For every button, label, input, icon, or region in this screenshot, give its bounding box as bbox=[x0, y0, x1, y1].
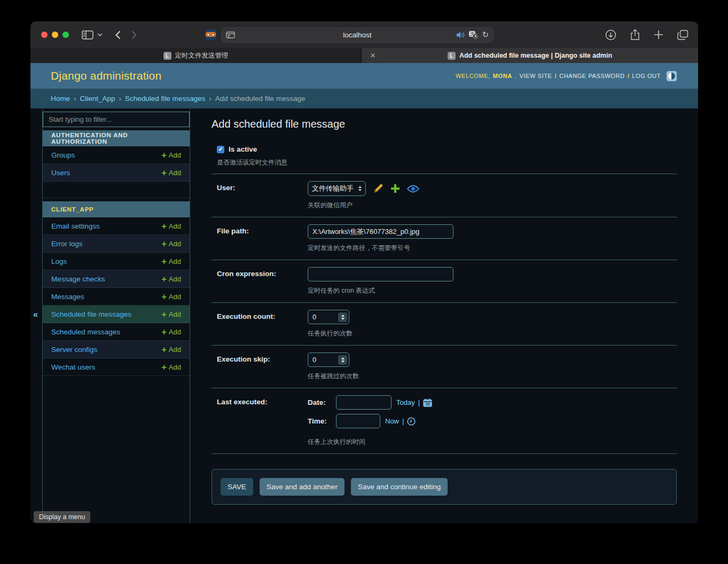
is-active-label: Is active bbox=[229, 145, 257, 153]
model-link[interactable]: Logs bbox=[51, 257, 67, 265]
form-row-last-executed: Last executed: Date: Today | bbox=[212, 388, 677, 454]
plus-icon: + bbox=[162, 223, 167, 230]
file-path-input[interactable] bbox=[308, 224, 453, 239]
breadcrumb-separator: › bbox=[74, 95, 76, 103]
view-eye-icon[interactable] bbox=[407, 185, 419, 193]
sidebar-spacer bbox=[43, 182, 190, 198]
url-text[interactable]: localhost bbox=[222, 31, 493, 39]
add-link[interactable]: +Add bbox=[162, 328, 181, 336]
site-title-link[interactable]: Django administration bbox=[51, 69, 161, 82]
minimize-window-button[interactable] bbox=[52, 32, 58, 38]
user-select-value: 文件传输助手 bbox=[312, 184, 354, 193]
forward-button[interactable] bbox=[131, 30, 137, 40]
plus-icon: + bbox=[162, 276, 167, 283]
back-button[interactable] bbox=[115, 30, 121, 40]
form-row-exec-count: Execution count: 任务执行的次数 bbox=[212, 303, 677, 346]
tab-inactive[interactable]: L 定时文件发送管理 bbox=[30, 48, 362, 63]
tab-title: 定时文件发送管理 bbox=[175, 51, 229, 60]
sidebar-item-users[interactable]: Users +Add bbox=[43, 164, 190, 182]
breadcrumb-model[interactable]: Scheduled file messages bbox=[125, 95, 205, 103]
extension-goggles bbox=[206, 32, 216, 37]
model-link[interactable]: Error logs bbox=[51, 240, 83, 248]
sidebar-item-scheduled-messages[interactable]: Scheduled messages +Add bbox=[43, 323, 190, 341]
translate-icon[interactable]: 文 A bbox=[469, 31, 478, 39]
model-link[interactable]: Scheduled messages bbox=[51, 328, 120, 336]
add-link[interactable]: +Add bbox=[162, 240, 181, 248]
add-link[interactable]: +Add bbox=[162, 275, 181, 283]
add-link[interactable]: +Add bbox=[162, 222, 181, 230]
new-tab-icon[interactable] bbox=[654, 30, 663, 40]
tab-close-icon[interactable]: ✕ bbox=[370, 52, 375, 59]
exec-skip-help: 任务被跳过的次数 bbox=[308, 372, 359, 381]
extension-icon[interactable] bbox=[205, 29, 216, 40]
model-link[interactable]: Messages bbox=[51, 293, 84, 301]
user-select[interactable]: 文件传输助手 bbox=[308, 181, 366, 196]
view-site-link[interactable]: VIEW SITE bbox=[519, 73, 552, 79]
user-tools: WELCOME, MONA. VIEW SITE / CHANGE PASSWO… bbox=[456, 71, 677, 81]
number-stepper[interactable] bbox=[338, 312, 347, 322]
save-and-add-another-button[interactable]: Save and add another bbox=[260, 478, 345, 496]
add-link[interactable]: +Add bbox=[162, 363, 181, 371]
change-password-link[interactable]: CHANGE PASSWORD bbox=[559, 73, 624, 79]
save-and-continue-editing-button[interactable]: Save and continue editing bbox=[351, 478, 448, 496]
plus-icon: + bbox=[162, 152, 167, 159]
cron-help: 定时任务的 cron 表达式 bbox=[308, 286, 453, 295]
breadcrumb-separator: › bbox=[209, 95, 212, 103]
model-link[interactable]: Users bbox=[51, 169, 70, 177]
close-window-button[interactable] bbox=[41, 32, 48, 38]
theme-toggle-button[interactable] bbox=[667, 71, 677, 81]
model-link[interactable]: Server configs bbox=[51, 346, 97, 354]
sidebar-filter-input[interactable] bbox=[43, 112, 190, 127]
add-related-icon[interactable] bbox=[390, 184, 400, 193]
add-link[interactable]: +Add bbox=[162, 257, 181, 265]
is-active-checkbox[interactable]: ✓ bbox=[217, 146, 224, 153]
sidebar-item-server-configs[interactable]: Server configs +Add bbox=[43, 341, 190, 358]
tab-overview-icon[interactable] bbox=[677, 30, 688, 40]
page-settings-icon[interactable] bbox=[226, 32, 235, 38]
sidebar-item-groups[interactable]: Groups +Add bbox=[43, 146, 190, 164]
address-bar[interactable]: localhost 文 A ↻ bbox=[221, 27, 494, 43]
calendar-icon[interactable] bbox=[423, 398, 432, 407]
audio-playing-icon[interactable] bbox=[457, 32, 465, 38]
breadcrumb-home[interactable]: Home bbox=[51, 95, 70, 103]
log-out-link[interactable]: LOG OUT bbox=[632, 73, 661, 79]
sidebar-item-email-settingss[interactable]: Email settingss +Add bbox=[43, 217, 190, 235]
clock-icon[interactable] bbox=[407, 417, 416, 426]
add-groups-link[interactable]: +Add bbox=[162, 151, 181, 159]
cron-input[interactable] bbox=[308, 267, 453, 281]
sidebar-item-scheduled-file-messages[interactable]: Scheduled file messages +Add bbox=[43, 306, 190, 323]
save-button[interactable]: SAVE bbox=[221, 478, 253, 496]
share-icon[interactable] bbox=[630, 29, 640, 41]
breadcrumb-separator: › bbox=[119, 95, 122, 103]
sidebar-item-message-checks[interactable]: Message checks +Add bbox=[43, 270, 190, 288]
sidebar-item-logs[interactable]: Logs +Add bbox=[43, 253, 190, 270]
model-link[interactable]: Wechat users bbox=[51, 363, 95, 371]
sidebar-collapse-toggle[interactable]: « bbox=[33, 310, 38, 319]
add-users-link[interactable]: +Add bbox=[162, 169, 181, 177]
add-link[interactable]: +Add bbox=[162, 310, 181, 318]
date-input[interactable] bbox=[336, 395, 392, 410]
browser-toolbar: localhost 文 A ↻ bbox=[30, 21, 698, 48]
now-link[interactable]: Now | bbox=[385, 417, 416, 426]
today-link[interactable]: Today | bbox=[396, 398, 432, 407]
sidebar-item-wechat-users[interactable]: Wechat users +Add bbox=[43, 358, 190, 376]
zoom-window-button[interactable] bbox=[62, 32, 69, 38]
time-input[interactable] bbox=[336, 414, 380, 428]
model-link[interactable]: Message checks bbox=[51, 275, 105, 283]
sidebar-menu-chevron-icon[interactable] bbox=[97, 33, 103, 36]
sidebar-item-messages[interactable]: Messages +Add bbox=[43, 288, 190, 306]
tab-active[interactable]: ✕ L Add scheduled file message | Django … bbox=[362, 48, 698, 63]
sidebar-item-error-logs[interactable]: Error logs +Add bbox=[43, 235, 190, 253]
model-link[interactable]: Email settingss bbox=[51, 222, 100, 230]
model-link[interactable]: Groups bbox=[51, 151, 75, 159]
reload-icon[interactable]: ↻ bbox=[482, 30, 489, 40]
add-link[interactable]: +Add bbox=[162, 346, 181, 354]
model-link[interactable]: Scheduled file messages bbox=[51, 310, 131, 318]
welcome-period: . bbox=[515, 73, 517, 79]
sidebar-toggle-icon[interactable] bbox=[82, 30, 93, 40]
downloads-icon[interactable] bbox=[605, 29, 616, 41]
number-stepper[interactable] bbox=[338, 355, 347, 365]
breadcrumb-app[interactable]: Client_App bbox=[80, 95, 115, 103]
edit-pencil-icon[interactable] bbox=[373, 183, 383, 194]
add-link[interactable]: +Add bbox=[162, 293, 181, 301]
